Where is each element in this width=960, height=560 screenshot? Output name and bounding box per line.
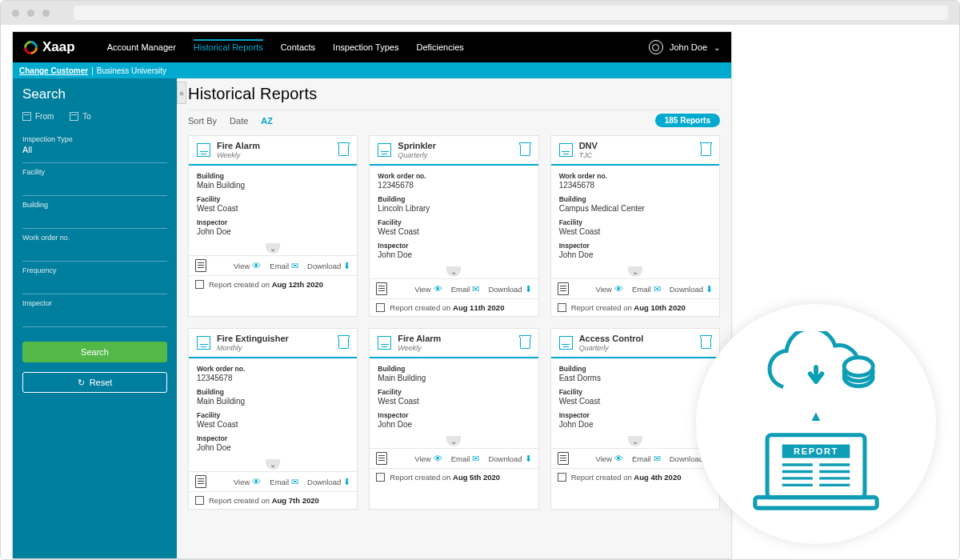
reset-button[interactable]: ↻ Reset — [22, 372, 167, 393]
sort-option-az[interactable]: AZ — [261, 116, 273, 126]
view-action[interactable]: View👁 — [596, 284, 623, 294]
created-text: Report created on Aug 11th 2020 — [390, 303, 504, 312]
email-action[interactable]: Email✉ — [270, 261, 298, 271]
expand-toggle[interactable]: ⌄ — [628, 266, 642, 277]
brand-logo[interactable]: Xaap — [24, 39, 75, 55]
user-menu[interactable]: John Doe ⌄ — [649, 40, 720, 54]
card-footer: Report created on Aug 7th 2020 — [189, 491, 357, 509]
download-action[interactable]: Download⬇ — [488, 454, 531, 464]
svg-point-2 — [844, 357, 873, 375]
card-title-block: DNV TJC — [579, 141, 694, 159]
document-icon[interactable] — [376, 452, 387, 465]
pipe: | — [91, 66, 94, 75]
logo-icon — [21, 38, 40, 57]
email-action[interactable]: Email✉ — [451, 454, 480, 464]
view-action[interactable]: View👁 — [234, 477, 261, 487]
document-icon[interactable] — [558, 452, 569, 465]
card-frequency: Quarterly — [398, 151, 427, 159]
sidebar-field-inspection-type[interactable]: Inspection Type All — [22, 130, 167, 163]
email-action[interactable]: Email✉ — [632, 284, 661, 294]
customer-bar: Change Customer | Business University — [13, 62, 731, 78]
download-action[interactable]: Download⬇ — [307, 477, 350, 487]
delete-icon[interactable] — [338, 338, 349, 349]
card-title-block: Sprinkler Quarterly — [398, 141, 513, 159]
card-body: Work order no.12345678BuildingLincoln Li… — [370, 166, 538, 278]
expand-toggle[interactable]: ⌄ — [266, 243, 280, 254]
document-icon[interactable] — [195, 475, 206, 488]
sidebar-field-work-order-no-[interactable]: Work order no. — [22, 229, 167, 262]
card-header: Access Control Quarterly — [551, 329, 719, 358]
nav-links: Account Manager Historical Reports Conta… — [107, 42, 464, 52]
nav-account-manager[interactable]: Account Manager — [107, 42, 176, 52]
delete-icon[interactable] — [338, 145, 349, 156]
field-label: Frequency — [22, 266, 167, 274]
email-action[interactable]: Email✉ — [270, 477, 298, 487]
nav-inspection-types[interactable]: Inspection Types — [333, 42, 398, 52]
to-date-field[interactable]: To — [70, 112, 91, 121]
email-action[interactable]: Email✉ — [632, 454, 661, 464]
created-text: Report created on Aug 10th 2020 — [571, 303, 686, 312]
download-action[interactable]: Download⬇ — [488, 284, 531, 294]
calendar-icon — [558, 303, 566, 312]
email-action[interactable]: Email✉ — [451, 284, 480, 294]
avatar-icon — [649, 40, 663, 54]
document-icon[interactable] — [558, 282, 569, 295]
card-actions: View👁 Email✉ Download⬇ — [370, 448, 538, 468]
download-icon: ⬇ — [525, 454, 532, 464]
sidebar-field-building[interactable]: Building — [22, 196, 167, 229]
nav-contacts[interactable]: Contacts — [281, 42, 315, 52]
field-value — [22, 309, 167, 318]
card-actions: View👁 Email✉ Download⬇ — [189, 471, 357, 491]
card-title: Fire Alarm — [398, 334, 513, 343]
sidebar-field-facility[interactable]: Facility — [22, 163, 167, 196]
change-customer-link[interactable]: Change Customer — [19, 66, 88, 75]
document-icon[interactable] — [376, 282, 387, 295]
calendar-icon — [378, 143, 391, 157]
expand-toggle[interactable]: ⌄ — [266, 459, 280, 470]
view-action[interactable]: View👁 — [596, 454, 623, 464]
calendar-icon — [70, 112, 78, 121]
from-date-field[interactable]: From — [22, 112, 54, 121]
nav-deficiencies[interactable]: Deficiencies — [416, 42, 463, 52]
nav-historical-reports[interactable]: Historical Reports — [194, 39, 263, 52]
card-header: DNV TJC — [551, 136, 719, 166]
sidebar-collapse[interactable]: « — [177, 82, 186, 104]
view-action[interactable]: View👁 — [234, 261, 261, 271]
card-frequency: Monthly — [217, 344, 242, 352]
app-frame: Xaap Account Manager Historical Reports … — [12, 31, 732, 559]
document-icon[interactable] — [195, 259, 206, 272]
download-action[interactable]: Download⬇ — [670, 284, 713, 294]
field-label: Work order no. — [22, 234, 167, 242]
delete-icon[interactable] — [520, 145, 530, 156]
search-sidebar: « Search From To Inspection Type AllFaci… — [13, 78, 177, 558]
sidebar-field-frequency[interactable]: Frequency — [22, 262, 167, 294]
card-header: Fire Extinguisher Monthly — [189, 329, 357, 358]
calendar-icon — [195, 280, 204, 289]
promo-overlay: ▲ REPORT — [696, 304, 936, 544]
sidebar-field-inspector[interactable]: Inspector — [22, 294, 167, 327]
card-actions: View👁 Email✉ Download⬇ — [370, 278, 538, 298]
delete-icon[interactable] — [701, 145, 711, 156]
report-card: Access Control Quarterly BuildingEast Do… — [550, 328, 720, 510]
card-frequency: Quarterly — [579, 344, 609, 352]
download-icon: ⬇ — [343, 261, 350, 271]
search-button[interactable]: Search — [22, 342, 167, 362]
download-action[interactable]: Download⬇ — [307, 261, 350, 271]
created-text: Report created on Aug 4th 2020 — [571, 473, 682, 482]
page-title: Historical Reports — [188, 85, 720, 103]
eye-icon: 👁 — [252, 261, 261, 270]
expand-toggle[interactable]: ⌄ — [446, 436, 461, 446]
sort-option-date[interactable]: Date — [230, 116, 248, 126]
expand-toggle[interactable]: ⌄ — [446, 266, 461, 277]
field-label: Inspector — [22, 299, 167, 307]
field-label: Inspection Type — [22, 135, 167, 143]
calendar-icon — [559, 143, 573, 157]
field-label: Building — [22, 201, 167, 209]
expand-toggle[interactable]: ⌄ — [628, 436, 642, 446]
url-bar[interactable] — [74, 6, 948, 20]
delete-icon[interactable] — [520, 338, 530, 349]
view-action[interactable]: View👁 — [414, 454, 442, 464]
card-title: Access Control — [579, 334, 694, 343]
view-action[interactable]: View👁 — [414, 284, 442, 294]
delete-icon[interactable] — [701, 338, 711, 349]
